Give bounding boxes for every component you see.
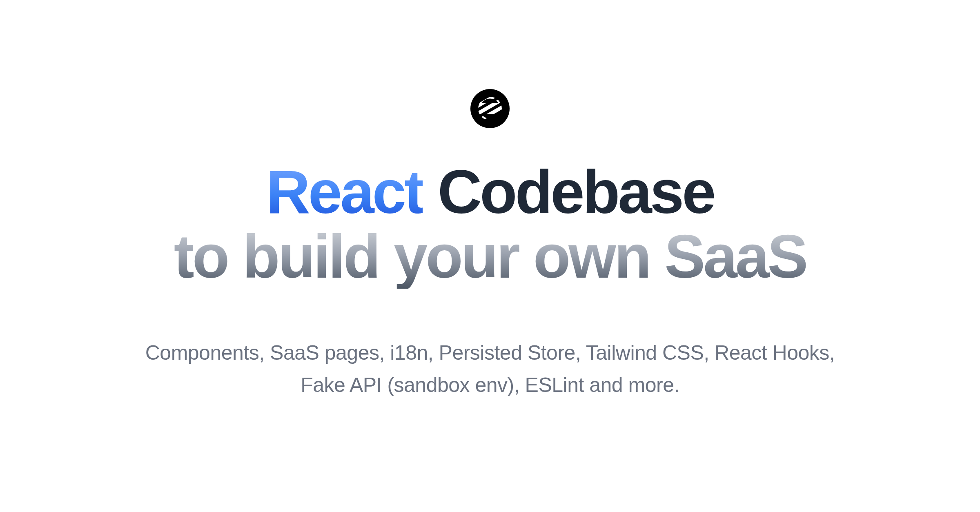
headline-word-codebase: Codebase — [423, 158, 714, 226]
brand-logo — [470, 89, 510, 128]
stripes-s-icon — [478, 97, 502, 120]
hero-subtitle: Components, SaaS pages, i18n, Persisted … — [127, 337, 853, 401]
headline-line-1: React Codebase — [174, 160, 806, 225]
headline-word-react: React — [266, 158, 423, 226]
headline-line-2: to build your own SaaS — [174, 225, 806, 289]
hero-headline: React Codebase to build your own SaaS — [174, 160, 806, 289]
